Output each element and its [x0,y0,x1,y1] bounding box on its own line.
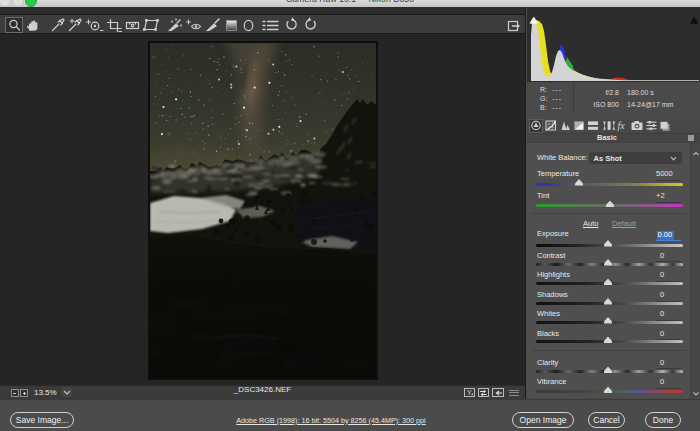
svg-text:fx: fx [618,120,626,131]
